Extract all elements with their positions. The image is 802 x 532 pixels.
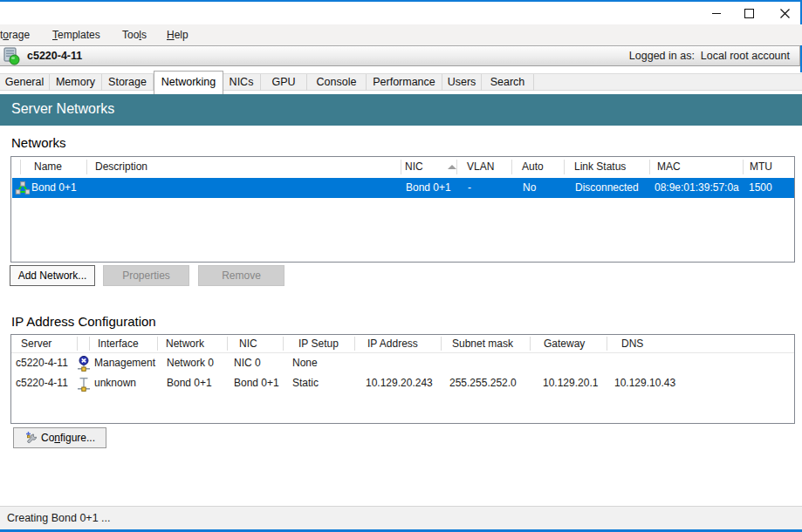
column-header-ip-address[interactable]: IP Address	[367, 335, 418, 353]
ip-server: c5220-4-11	[16, 353, 68, 373]
networks-section-label: Networks	[11, 135, 66, 150]
ip-row-management[interactable]: c5220-4-11 Management Network 0 NIC 0 No…	[12, 353, 794, 373]
column-header-dns[interactable]: DNS	[621, 335, 643, 353]
column-header-nic[interactable]: NIC	[405, 157, 423, 177]
remove-button[interactable]: Remove	[198, 265, 284, 286]
maximize-icon	[744, 9, 754, 18]
ip-subnet-mask: 255.255.252.0	[449, 373, 517, 393]
ip-nic: Bond 0+1	[234, 373, 279, 393]
column-separator	[511, 160, 512, 174]
tab-users[interactable]: Users	[442, 74, 482, 91]
tab-strip: General Memory Storage NICs GPU Console …	[0, 73, 802, 91]
menu-bar: torage Templates Tools Help	[0, 24, 802, 45]
ip-setup: None	[292, 353, 318, 373]
add-network-button[interactable]: Add Network...	[10, 265, 95, 286]
menu-storage[interactable]: torage	[0, 24, 30, 45]
minimize-button[interactable]	[699, 2, 734, 24]
networks-table-header: Name Description NIC VLAN Auto Link Stat…	[11, 157, 794, 177]
tab-console[interactable]: Console	[307, 74, 367, 91]
menu-tools[interactable]: Tools	[122, 24, 147, 45]
ip-network: Bond 0+1	[167, 373, 212, 393]
ip-config-table: Server Interface Network NIC IP Setup IP…	[10, 334, 795, 424]
server-name: c5220-4-11	[27, 46, 82, 65]
page-header: Server Networks	[0, 94, 802, 126]
network-mac: 08:9e:01:39:57:0a	[655, 178, 739, 198]
column-separator	[564, 160, 565, 174]
network-link-status: Disconnected	[575, 178, 639, 198]
xencenter-window: torage Templates Tools Help c5220-4-11 L…	[0, 0, 802, 532]
tab-memory[interactable]: Memory	[50, 74, 102, 91]
column-separator	[456, 160, 457, 174]
tab-performance[interactable]: Performance	[367, 74, 442, 91]
minimize-icon	[712, 13, 721, 14]
ip-dns: 10.129.10.43	[614, 373, 675, 393]
tab-nics[interactable]: NICs	[223, 74, 261, 91]
column-header-mac[interactable]: MAC	[657, 157, 681, 177]
column-header-subnet-mask[interactable]: Subnet mask	[452, 335, 513, 353]
unknown-interface-icon	[77, 376, 91, 392]
column-separator	[354, 337, 355, 351]
column-header-ip-setup[interactable]: IP Setup	[298, 335, 339, 353]
networks-table: Name Description NIC VLAN Auto Link Stat…	[10, 156, 795, 263]
menu-help[interactable]: Help	[167, 24, 189, 45]
network-nic: Bond 0+1	[406, 178, 451, 198]
column-header-description[interactable]: Description	[95, 157, 147, 177]
ip-config-section-label: IP Address Configuration	[11, 314, 156, 329]
menu-templates[interactable]: Templates	[52, 24, 100, 45]
network-auto: No	[523, 178, 536, 198]
tab-search[interactable]: Search	[482, 74, 534, 91]
network-name: Bond 0+1	[31, 178, 77, 198]
column-header-gateway[interactable]: Gateway	[544, 335, 585, 353]
network-row-selected[interactable]: Bond 0+1 Bond 0+1 - No Disconnected 08:9…	[12, 178, 794, 198]
logged-in-value: Local root account	[697, 50, 790, 62]
configure-button[interactable]: Configure...	[13, 427, 106, 448]
ip-network: Network 0	[167, 353, 214, 373]
column-separator	[157, 337, 158, 351]
column-header-network[interactable]: Network	[166, 335, 204, 353]
column-separator	[607, 337, 607, 351]
close-button[interactable]	[767, 2, 802, 24]
column-header-vlan[interactable]: VLAN	[467, 157, 494, 177]
management-interface-icon	[77, 356, 91, 372]
ip-server: c5220-4-11	[16, 373, 68, 393]
tab-storage[interactable]: Storage	[102, 74, 154, 91]
column-separator	[401, 160, 401, 174]
status-text: Creating Bond 0+1 ...	[7, 507, 110, 529]
column-header-nic[interactable]: NIC	[239, 335, 257, 353]
column-separator	[86, 160, 87, 174]
column-header-interface[interactable]: Interface	[98, 335, 139, 353]
column-header-link-status[interactable]: Link Status	[574, 157, 626, 177]
ip-table-header: Server Interface Network NIC IP Setup IP…	[11, 335, 794, 353]
ip-gateway: 10.129.20.1	[543, 373, 598, 393]
ip-nic: NIC 0	[234, 353, 261, 373]
column-header-auto[interactable]: Auto	[522, 157, 544, 177]
ip-address: 10.129.20.243	[366, 373, 433, 393]
column-separator	[20, 160, 21, 174]
server-header-bar: c5220-4-11 Logged in as: Local root acco…	[0, 45, 800, 66]
maximize-button[interactable]	[732, 2, 767, 24]
sort-ascending-icon	[448, 165, 456, 169]
column-header-name[interactable]: Name	[34, 157, 62, 177]
column-header-server[interactable]: Server	[21, 335, 51, 353]
page-title: Server Networks	[11, 94, 114, 124]
ip-row-unknown[interactable]: c5220-4-11 unknown Bond 0+1 Bond 0+1 Sta…	[12, 373, 794, 393]
column-separator	[530, 337, 531, 351]
properties-button[interactable]: Properties	[103, 265, 189, 286]
tab-general[interactable]: General	[0, 74, 50, 91]
column-header-mtu[interactable]: MTU	[750, 157, 772, 177]
ip-interface: unknown	[94, 373, 136, 393]
title-bar	[0, 2, 800, 24]
column-separator	[649, 160, 650, 174]
ip-setup: Static	[292, 373, 319, 393]
logged-in-label: Logged in as:	[629, 50, 698, 62]
column-separator	[283, 337, 284, 351]
tab-gpu[interactable]: GPU	[261, 74, 307, 91]
column-separator	[89, 337, 90, 351]
tab-networking[interactable]: Networking	[154, 71, 223, 94]
close-icon	[780, 9, 790, 18]
column-separator	[441, 337, 442, 351]
configure-icon	[24, 431, 38, 445]
logged-in-status: Logged in as: Local root account	[629, 46, 790, 65]
status-bar: Creating Bond 0+1 ...	[0, 506, 802, 529]
ip-interface: Management	[94, 353, 155, 373]
